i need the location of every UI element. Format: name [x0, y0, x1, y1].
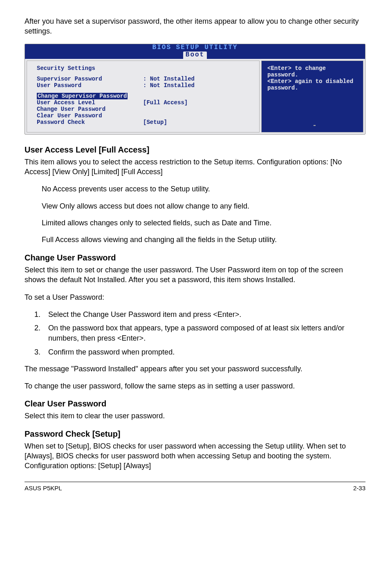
bios-user-value: : Not Installed: [143, 82, 195, 89]
bios-help-line1: <Enter> to change password.: [267, 65, 357, 78]
password-check-p1: When set to [Setup], BIOS checks for use…: [25, 441, 365, 471]
bios-row-user-access: User Access Level [Full Access]: [37, 99, 253, 106]
bios-change-supervisor-text: Change Supervisor Password: [37, 93, 128, 99]
user-access-viewonly: View Only allows access but does not all…: [42, 201, 365, 211]
bios-section-heading: Security Settings: [37, 65, 253, 72]
bios-help-line2: <Enter> again to disabled password.: [267, 78, 357, 91]
user-access-desc: This item allows you to select the acces…: [25, 157, 365, 177]
heading-password-check: Password Check [Setup]: [25, 429, 365, 439]
heading-change-user-password: Change User Password: [25, 253, 365, 263]
heading-clear-user-password: Clear User Password: [25, 399, 365, 408]
bios-help-dash: -: [312, 121, 317, 130]
step-3: Confirm the password when prompted.: [43, 347, 365, 357]
intro-paragraph: After you have set a supervisor password…: [25, 16, 365, 36]
user-access-noaccess: No Access prevents user access to the Se…: [42, 184, 365, 194]
bios-supervisor-value: : Not Installed: [143, 76, 195, 82]
bios-change-user: Change User Password: [37, 106, 253, 112]
bios-supervisor-label: Supervisor Password: [37, 76, 143, 82]
user-access-fullaccess: Full Access allows viewing and changing …: [42, 235, 365, 245]
bios-title-text: BIOS SETUP UTILITY: [152, 44, 238, 51]
footer-left: ASUS P5KPL: [25, 485, 62, 491]
bios-row-password-check: Password Check [Setup]: [37, 119, 253, 126]
bios-user-access-value: [Full Access]: [143, 99, 188, 106]
bios-left-pane: Security Settings Supervisor Password : …: [27, 61, 260, 132]
bios-title-bar: BIOS SETUP UTILITY Boot: [25, 44, 365, 59]
step-2: On the password box that appears, type a…: [43, 323, 365, 343]
bios-user-access-label: User Access Level: [37, 99, 143, 106]
bios-clear-user: Clear User Password: [37, 112, 253, 119]
user-access-limited: Limited allows changes only to selected …: [42, 218, 365, 228]
heading-user-access-level: User Access Level [Full Access]: [25, 145, 365, 155]
bios-help-pane: <Enter> to change password. <Enter> agai…: [261, 61, 363, 132]
bios-tab-boot: Boot: [183, 52, 207, 59]
step-1: Select the Change User Password item and…: [43, 310, 365, 320]
bios-password-check-label: Password Check: [37, 119, 143, 126]
bios-row-user: User Password : Not Installed: [37, 82, 253, 89]
clear-user-p1: Select this item to clear the user passw…: [25, 411, 365, 421]
page-footer: ASUS P5KPL 2-33: [25, 482, 365, 491]
change-user-p4: To change the user password, follow the …: [25, 381, 365, 391]
footer-right: 2-33: [353, 485, 365, 491]
change-user-p2: To set a User Password:: [25, 292, 365, 302]
bios-user-label: User Password: [37, 82, 143, 89]
bios-row-supervisor: Supervisor Password : Not Installed: [37, 76, 253, 82]
change-user-p1: Select this item to set or change the us…: [25, 265, 365, 285]
bios-change-supervisor: Change Supervisor Password: [37, 93, 253, 99]
change-user-p3: The message "Password Installed" appears…: [25, 364, 365, 374]
bios-screenshot: BIOS SETUP UTILITY Boot Security Setting…: [25, 44, 365, 135]
change-user-steps: Select the Change User Password item and…: [25, 310, 365, 357]
bios-password-check-value: [Setup]: [143, 119, 167, 126]
